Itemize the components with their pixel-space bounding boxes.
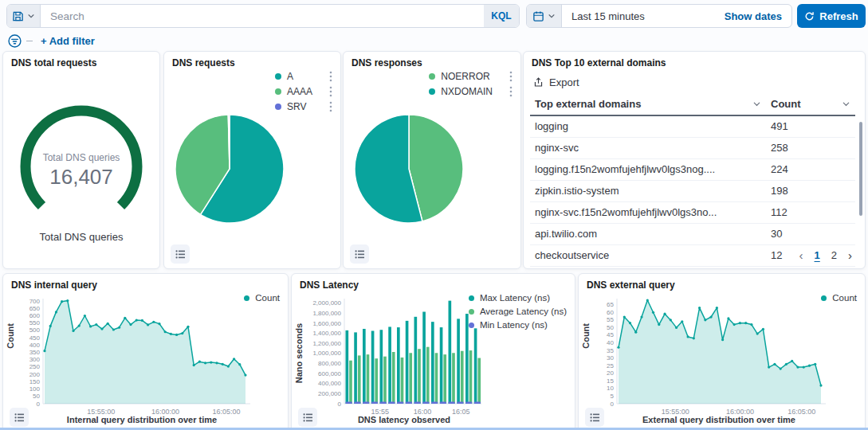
export-button[interactable]: Export bbox=[524, 70, 589, 93]
pie-legend: AAAAASRV bbox=[275, 71, 332, 112]
calendar-icon bbox=[532, 10, 544, 22]
legend-label: Max Latency (ns) bbox=[480, 293, 550, 303]
legend-item[interactable]: NOERROR bbox=[429, 71, 513, 82]
svg-text:5: 5 bbox=[611, 393, 615, 400]
svg-text:1,800,000: 1,800,000 bbox=[312, 310, 341, 317]
chevron-down-icon bbox=[548, 12, 556, 20]
filter-icon[interactable] bbox=[8, 34, 22, 48]
filter-bar: + Add filter bbox=[8, 32, 95, 49]
svg-text:300: 300 bbox=[29, 356, 41, 363]
cell-count: 198 bbox=[766, 181, 855, 202]
legend-item[interactable]: AAAA bbox=[275, 86, 332, 97]
legend-toggle-button[interactable] bbox=[350, 244, 369, 264]
svg-text:50: 50 bbox=[607, 324, 614, 331]
cell-domain: api.twilio.com bbox=[530, 224, 766, 245]
column-header-domains[interactable]: Top external domains bbox=[530, 93, 766, 115]
legend-item[interactable]: A bbox=[275, 71, 332, 82]
table-pagination: ‹ 12 › bbox=[799, 248, 852, 262]
add-filter-button[interactable]: + Add filter bbox=[41, 35, 95, 47]
legend-item-menu-icon[interactable] bbox=[318, 71, 332, 82]
search-input[interactable] bbox=[41, 5, 484, 27]
legend-toggle-button[interactable] bbox=[298, 408, 317, 427]
table-scrollbar-thumb[interactable] bbox=[859, 122, 862, 216]
legend-item-menu-icon[interactable] bbox=[318, 101, 332, 112]
column-header-count[interactable]: Count bbox=[766, 93, 855, 115]
query-top-bar: KQL Last 15 minutes Show dates Refresh bbox=[0, 0, 868, 32]
panel-dns-responses: DNS responses NOERRORNXDOMAIN bbox=[343, 51, 521, 269]
page-number-button[interactable]: 2 bbox=[831, 249, 837, 261]
legend-item[interactable]: NXDOMAIN bbox=[429, 86, 513, 97]
legend-label: Count bbox=[255, 293, 280, 303]
legend-item[interactable]: Max Latency (ns) bbox=[469, 293, 567, 303]
panel-title: DNS internal query bbox=[3, 274, 288, 292]
legend-label: NOERROR bbox=[441, 71, 489, 82]
legend-dot bbox=[469, 295, 474, 301]
kql-language-button[interactable]: KQL bbox=[484, 5, 519, 27]
legend-label: NXDOMAIN bbox=[441, 86, 493, 97]
table-row: nginx-svc258 bbox=[530, 138, 855, 159]
page-number-button[interactable]: 1 bbox=[815, 249, 820, 261]
svg-text:45: 45 bbox=[607, 331, 614, 338]
svg-text:400: 400 bbox=[29, 342, 41, 349]
legend-item[interactable]: Average Latency (ns) bbox=[469, 307, 567, 316]
cell-count: 491 bbox=[766, 115, 855, 138]
svg-text:1,000,000: 1,000,000 bbox=[312, 350, 341, 357]
svg-text:60: 60 bbox=[607, 309, 614, 316]
cell-domain: logging.f15n2womfujehfjlwv0lgs3nog.... bbox=[530, 159, 766, 181]
legend-dot bbox=[275, 73, 281, 80]
cell-domain: nginx-svc.f15n2womfujehfjlwv0lgs3no... bbox=[530, 202, 766, 224]
svg-text:30: 30 bbox=[607, 354, 614, 362]
legend-item[interactable]: SRV bbox=[275, 101, 332, 112]
svg-text:20: 20 bbox=[607, 369, 614, 377]
svg-text:0: 0 bbox=[338, 401, 342, 408]
svg-text:0: 0 bbox=[37, 401, 41, 408]
legend-item[interactable]: Min Latency (ns) bbox=[469, 320, 567, 330]
legend-dot bbox=[821, 295, 827, 301]
legend-dot bbox=[429, 88, 435, 95]
chart-legend: Count bbox=[821, 293, 857, 303]
legend-dot bbox=[275, 88, 281, 95]
svg-text:25: 25 bbox=[607, 362, 614, 369]
legend-toggle-button[interactable] bbox=[10, 408, 29, 427]
svg-text:350: 350 bbox=[29, 349, 41, 356]
show-dates-button[interactable]: Show dates bbox=[715, 5, 791, 27]
legend-item-menu-icon[interactable] bbox=[318, 86, 332, 97]
chart-legend: Count bbox=[244, 293, 280, 303]
svg-text:800,000: 800,000 bbox=[318, 360, 341, 367]
legend-item-menu-icon[interactable] bbox=[498, 71, 513, 82]
area-chart-internal-query: 0501001502002503003504004505005506006507… bbox=[14, 294, 268, 420]
legend-label: A bbox=[287, 71, 293, 82]
time-picker-calendar-button[interactable] bbox=[527, 5, 562, 27]
previous-page-button[interactable]: ‹ bbox=[799, 248, 803, 262]
cell-domain: zipkin.istio-system bbox=[530, 181, 766, 202]
x-axis-title: DNS latency observed bbox=[304, 415, 504, 424]
svg-text:650: 650 bbox=[29, 305, 41, 312]
time-range-value[interactable]: Last 15 minutes bbox=[562, 5, 715, 27]
export-icon bbox=[533, 77, 544, 88]
export-label: Export bbox=[549, 76, 579, 88]
table-row: nginx-svc.f15n2womfujehfjlwv0lgs3no...11… bbox=[530, 202, 855, 224]
refresh-label: Refresh bbox=[819, 10, 858, 22]
cell-count: 112 bbox=[766, 202, 855, 224]
legend-toggle-button[interactable] bbox=[585, 408, 604, 427]
legend-item[interactable]: Count bbox=[244, 293, 280, 303]
svg-text:250: 250 bbox=[29, 363, 41, 370]
panel-title: DNS Latency bbox=[292, 274, 575, 292]
panel-title: DNS responses bbox=[344, 52, 520, 70]
refresh-button[interactable]: Refresh bbox=[797, 4, 866, 28]
next-page-button[interactable]: › bbox=[848, 248, 852, 262]
svg-text:1,200,000: 1,200,000 bbox=[312, 340, 341, 347]
svg-text:450: 450 bbox=[29, 334, 41, 342]
panel-dns-latency: DNS Latency Nano seconds 0200,000400,000… bbox=[291, 273, 575, 430]
legend-dot bbox=[469, 309, 474, 315]
svg-text:700: 700 bbox=[29, 298, 41, 305]
panel-dns-external-query: DNS external query Count 051015202530354… bbox=[578, 273, 866, 430]
saved-query-menu-button[interactable] bbox=[7, 5, 41, 27]
legend-toggle-button[interactable] bbox=[171, 244, 190, 264]
cell-count: 224 bbox=[766, 159, 855, 181]
legend-item[interactable]: Count bbox=[821, 293, 857, 303]
cell-count: 258 bbox=[766, 138, 855, 159]
legend-item-menu-icon[interactable] bbox=[498, 86, 513, 97]
svg-text:2,000,000: 2,000,000 bbox=[312, 299, 341, 307]
gauge-chart: Total DNS queries 16,407 bbox=[6, 83, 157, 214]
